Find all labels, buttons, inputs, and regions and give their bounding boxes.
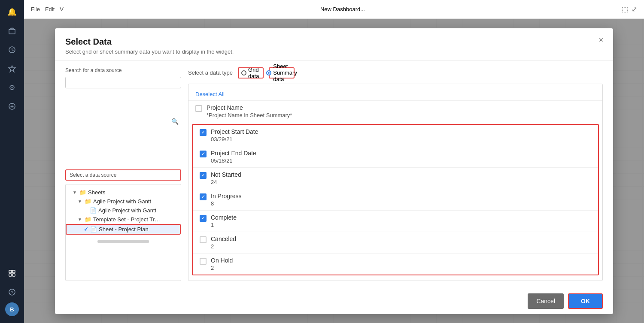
modal-footer: Cancel OK — [55, 288, 613, 314]
field-complete-content: Complete 1 — [211, 214, 237, 228]
grid-data-radio[interactable] — [241, 70, 246, 75]
right-panel: Select a data type Grid data Sheet Summa… — [188, 67, 603, 281]
widget-icon[interactable] — [3, 79, 21, 96]
field-project-name-content: Project Name *Project Name in Sheet Summ… — [207, 104, 292, 118]
view-menu[interactable]: V — [60, 6, 64, 12]
home-icon[interactable] — [3, 22, 21, 39]
field-on-hold-content: On Hold 2 — [211, 257, 233, 271]
field-in-progress-content: In Progress 8 — [211, 193, 242, 207]
svg-point-4 — [12, 87, 13, 88]
field-end-date-value: 05/18/21 — [211, 157, 256, 164]
add-icon[interactable] — [3, 98, 21, 115]
field-complete-checkbox[interactable] — [200, 215, 207, 222]
field-complete-value: 1 — [211, 222, 237, 228]
field-start-date-value: 03/29/21 — [211, 136, 258, 142]
field-end-date-label: Project End Date — [211, 150, 256, 157]
field-canceled-checkbox[interactable] — [200, 236, 207, 243]
modal-overlay: Select Data Select grid or sheet summary… — [24, 19, 644, 323]
field-not-started-content: Not Started 24 — [211, 171, 241, 185]
field-in-progress: In Progress 8 — [193, 189, 598, 211]
svg-text:?: ? — [11, 290, 13, 295]
tree-agile-folder[interactable]: ▼ 📁 Agile Project with Gantt — [66, 197, 181, 206]
cancel-button[interactable]: Cancel — [528, 293, 564, 309]
tree-label: Sheets — [88, 189, 105, 196]
field-project-name-value: *Project Name in Sheet Summary* — [207, 112, 292, 118]
topbar-action-icon[interactable]: ⬚ — [622, 5, 628, 13]
data-type-label: Select a data type — [188, 69, 233, 76]
topbar-expand-icon[interactable]: ⤢ — [632, 5, 637, 13]
deselect-all-row: Deselect All — [188, 88, 602, 101]
field-in-progress-label: In Progress — [211, 193, 242, 199]
horizontal-scrollbar[interactable] — [97, 240, 149, 243]
field-start-date-checkbox[interactable] — [200, 129, 207, 136]
file-menu[interactable]: File — [31, 6, 40, 12]
avatar[interactable]: B — [5, 302, 19, 316]
grid-icon[interactable] — [3, 265, 21, 282]
ok-button[interactable]: OK — [568, 293, 603, 309]
search-input[interactable] — [65, 77, 181, 88]
tree-label: Agile Project with Gantt — [93, 198, 151, 205]
data-source-dropdown[interactable]: Select a data source — [65, 169, 181, 181]
search-row: Search for a data source — [65, 67, 181, 73]
tree-label: Sheet - Project Plan — [99, 226, 149, 232]
close-button[interactable]: × — [596, 35, 606, 45]
field-canceled-value: 2 — [211, 243, 236, 250]
field-canceled-label: Canceled — [211, 235, 236, 242]
modal-header: Select Data Select grid or sheet summary… — [55, 28, 613, 60]
tree-sheets-root[interactable]: ▼ 📁 Sheets — [66, 188, 181, 197]
fields-panel: Deselect All Project Name *Project Name … — [188, 84, 603, 281]
field-start-date-label: Project Start Date — [211, 128, 258, 135]
grid-data-label: Grid data — [248, 66, 260, 79]
field-not-started-checkbox[interactable] — [200, 172, 207, 179]
deselect-all-button[interactable]: Deselect All — [195, 91, 225, 97]
folder-icon: 📁 — [85, 216, 91, 223]
field-not-started-label: Not Started — [211, 171, 241, 178]
svg-rect-7 — [12, 270, 15, 273]
folder-icon: 📁 — [79, 189, 86, 196]
edit-menu[interactable]: Edit — [45, 6, 55, 12]
sidebar: 🔔 ? B — [0, 0, 24, 323]
field-complete: Complete 1 — [193, 211, 598, 232]
tree-label: Template Set - Project Trackin — [93, 216, 162, 223]
collapse-arrow: ▼ — [78, 217, 83, 222]
help-icon[interactable]: ? — [3, 284, 21, 301]
main-area: File Edit V New Dashboard... ⬚ ⤢ Select … — [24, 0, 644, 323]
sheet-summary-radio[interactable] — [266, 70, 271, 75]
collapse-arrow: ▼ — [78, 199, 83, 204]
modal-body: Search for a data source 🔍 Select a data… — [55, 60, 613, 288]
field-on-hold-label: On Hold — [211, 257, 233, 264]
modal-title: Select Data — [65, 37, 603, 47]
grid-data-option[interactable]: Grid data — [238, 67, 264, 78]
search-box: 🔍 — [65, 77, 181, 166]
collapse-arrow: ▼ — [73, 190, 78, 195]
notification-icon[interactable]: 🔔 — [3, 3, 21, 21]
sheet-icon: 📄 — [90, 226, 97, 232]
sheet-summary-option[interactable]: Sheet Summary data — [269, 67, 295, 78]
tree-panel: ▼ 📁 Sheets ▼ 📁 Agile Project with Gantt — [65, 184, 181, 281]
sheet-icon: 📄 — [90, 207, 97, 214]
tree-template-folder[interactable]: ▼ 📁 Template Set - Project Trackin — [66, 215, 181, 224]
data-type-row: Select a data type Grid data Sheet Summa… — [188, 67, 603, 78]
field-on-hold: On Hold 2 — [193, 254, 598, 275]
folder-icon: 📁 — [85, 198, 91, 205]
field-on-hold-checkbox[interactable] — [200, 258, 207, 265]
topbar-title: New Dashboard... — [320, 6, 365, 12]
tree-agile-sheet[interactable]: 📄 Agile Project with Gantt — [66, 206, 181, 215]
search-button[interactable]: 🔍 — [171, 118, 179, 125]
field-end-date-content: Project End Date 05/18/21 — [211, 150, 256, 164]
field-in-progress-checkbox[interactable] — [200, 193, 207, 200]
topbar-right: ⬚ ⤢ — [622, 5, 637, 13]
modal: Select Data Select grid or sheet summary… — [55, 28, 613, 314]
tree-label: Agile Project with Gantt — [98, 207, 156, 214]
field-project-start-date: Project Start Date 03/29/21 — [193, 125, 598, 146]
left-panel: Search for a data source 🔍 Select a data… — [65, 67, 181, 281]
star-icon[interactable] — [3, 60, 21, 77]
field-not-started: Not Started 24 — [193, 168, 598, 189]
tree-scroll-area — [66, 236, 181, 243]
field-project-name-checkbox[interactable] — [195, 105, 202, 112]
tree-project-plan-sheet[interactable]: ✓ 📄 Sheet - Project Plan — [66, 224, 181, 235]
field-not-started-value: 24 — [211, 179, 241, 185]
field-end-date-checkbox[interactable] — [200, 151, 207, 157]
clock-icon[interactable] — [3, 41, 21, 58]
svg-rect-9 — [12, 274, 15, 276]
